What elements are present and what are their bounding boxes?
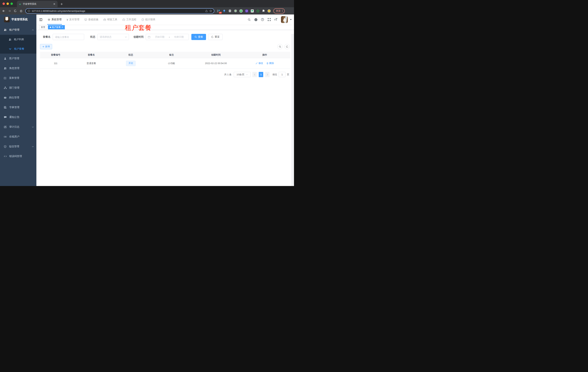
add-button[interactable]: 新增 [40, 44, 52, 49]
header-actions [246, 16, 294, 23]
chrome-update-button[interactable]: 更新 [273, 8, 285, 14]
refresh-icon[interactable] [284, 44, 290, 49]
message-icon [4, 116, 7, 119]
sidebar-item-menu-management[interactable]: 菜单管理 [0, 73, 36, 83]
url-text[interactable]: 127.0.0.1:48080/admin-ui/system/tenant/p… [32, 10, 204, 12]
extension-star-icon[interactable] [255, 8, 260, 13]
new-tab-button[interactable] [59, 1, 64, 7]
address-bar[interactable]: 127.0.0.1:48080/admin-ui/system/tenant/p… [25, 8, 214, 14]
home-icon[interactable] [19, 8, 23, 13]
user-icon [4, 57, 7, 60]
edit-link[interactable]: 修改 [255, 62, 263, 65]
app-logo-row[interactable]: 芋道管理系统 [0, 14, 36, 24]
extension-command-icon[interactable] [227, 8, 232, 13]
main-area: 系统管理 ¥ 支付管理 基础设施 研发工具 [36, 14, 294, 186]
forward-icon[interactable] [7, 8, 12, 13]
sidebar-menu: 租户管理 租户列表 租户套餐 用户管理 [0, 25, 36, 161]
tab-close-icon[interactable] [53, 2, 56, 5]
zoom-window-button[interactable] [10, 2, 13, 5]
sidebar-item-tenant-management[interactable]: 租户管理 [0, 25, 36, 35]
sidebar-item-dict-management[interactable]: 字典管理 [0, 103, 36, 112]
share-icon[interactable] [205, 10, 208, 12]
browser-tabstrip: 芋道管理系统 [0, 0, 294, 7]
font-size-icon[interactable] [273, 17, 279, 22]
sidebar-item-sms-management[interactable]: 短信管理 [0, 142, 36, 151]
tag-close-icon[interactable] [62, 26, 63, 28]
pagination: 共 1 条 10条/页 1 前往 [40, 72, 290, 77]
extension-dot-icon[interactable] [233, 8, 238, 13]
sidebar-collapse-icon[interactable] [36, 14, 45, 25]
close-window-button[interactable] [2, 2, 5, 5]
app-title: 芋道管理系统 [11, 18, 28, 21]
cell-remark: 小功能 [150, 62, 193, 65]
extension-gem-icon[interactable] [222, 8, 227, 13]
page-number-button[interactable]: 1 [259, 72, 263, 77]
nav-item-dev-tools[interactable]: 研发工具 [101, 14, 120, 25]
tag-home[interactable]: 首页 [39, 25, 47, 29]
help-icon[interactable] [260, 17, 265, 22]
sidebar-item-online-users[interactable]: 在线用户 [0, 132, 36, 142]
tag-tenant-package[interactable]: 租户套餐 [48, 25, 65, 29]
status-select[interactable]: 请选择状态 [97, 34, 129, 40]
browser-menu-icon[interactable] [282, 10, 283, 12]
sidebar-item-role-management[interactable]: 角色管理 [0, 64, 36, 73]
window-controls [0, 0, 15, 7]
browser-tab[interactable]: 芋道管理系统 [17, 1, 58, 7]
search-icon[interactable] [246, 17, 252, 22]
cell-package-id: 111 [40, 62, 71, 65]
start-date-placeholder[interactable]: 开始日期 [152, 35, 168, 39]
extensions-puzzle-icon[interactable] [261, 8, 266, 13]
yen-icon: ¥ [67, 18, 68, 21]
minimize-window-button[interactable] [7, 2, 9, 5]
date-range-picker[interactable]: 开始日期 - 结束日期 [146, 34, 189, 40]
pagination-total: 共 1 条 [224, 73, 231, 76]
user-avatar[interactable] [281, 16, 288, 23]
peoples-icon [9, 38, 11, 41]
nav-item-workflow[interactable]: 工作流程 [120, 14, 139, 25]
sidebar-item-error-code[interactable]: 错误码管理 [0, 151, 36, 161]
app-header: 系统管理 ¥ 支付管理 基础设施 研发工具 [36, 14, 294, 25]
chevron-down-icon [32, 127, 34, 128]
package-name-input[interactable] [53, 34, 84, 40]
avatar-caret-icon[interactable] [290, 19, 292, 20]
extension-chat-icon[interactable] [250, 8, 255, 13]
status-badge: 开启 [126, 61, 136, 66]
prev-page-icon[interactable] [252, 72, 257, 77]
end-date-placeholder[interactable]: 结束日期 [171, 35, 187, 39]
page-size-select[interactable]: 10条/页 [234, 72, 251, 77]
fullscreen-icon[interactable] [266, 17, 272, 22]
sidebar-item-tenant-list[interactable]: 租户列表 [0, 35, 36, 44]
table-header-row: 套餐编号 套餐名 状态 备注 创建时间 操作 [40, 52, 290, 58]
calendar-icon [148, 36, 150, 38]
nav-item-reports[interactable]: 统计报表 [139, 14, 158, 25]
peoples-icon [4, 28, 7, 31]
nav-item-payment[interactable]: ¥ 支付管理 [64, 14, 82, 25]
next-page-icon[interactable] [265, 72, 270, 77]
cell-status: 开启 [111, 61, 150, 66]
extension-shield-icon[interactable] [244, 8, 249, 13]
sidebar-item-audit-log[interactable]: 审计日志 [0, 122, 36, 132]
search-button[interactable]: 搜索 [191, 34, 206, 40]
extension-grid-icon[interactable]: 10 [216, 8, 221, 13]
sidebar-item-post-management[interactable]: 岗位管理 [0, 93, 36, 103]
goto-page-input[interactable] [279, 72, 285, 77]
site-info-icon[interactable] [28, 10, 30, 12]
page-content: 套餐名 状态 请选择状态 创建时间 [36, 34, 294, 77]
sidebar-item-tenant-package[interactable]: 租户套餐 [0, 44, 36, 53]
back-icon[interactable] [1, 8, 6, 13]
sidebar-item-dept-management[interactable]: 部门管理 [0, 83, 36, 93]
github-icon[interactable] [253, 17, 259, 22]
sidebar-item-user-management[interactable]: 用户管理 [0, 53, 36, 64]
reset-button[interactable]: 重置 [208, 34, 222, 40]
nav-item-system[interactable]: 系统管理 [45, 14, 64, 25]
show-search-toggle-icon[interactable] [277, 44, 283, 49]
tree-branch-icon [9, 47, 11, 50]
profile-smiley-icon[interactable] [267, 8, 272, 13]
sidebar-item-notice[interactable]: 通知公告 [0, 112, 36, 122]
nav-item-infrastructure[interactable]: 基础设施 [82, 14, 101, 25]
delete-link[interactable]: 删除 [266, 62, 274, 65]
extension-y-icon[interactable] [239, 8, 243, 13]
bookmark-star-icon[interactable] [209, 10, 212, 12]
reload-icon[interactable] [13, 8, 18, 13]
update-label: 更新 [276, 9, 281, 12]
